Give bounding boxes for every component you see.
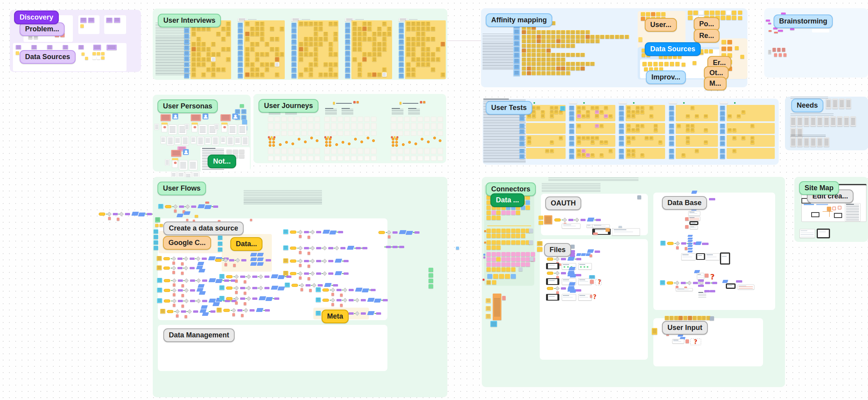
section-label-user-interviews[interactable]: User Interviews: [158, 14, 221, 27]
ui-mockup-card[interactable]: [705, 253, 720, 260]
section-label-google-c-truncated[interactable]: Google C...: [163, 236, 211, 250]
sticky-note: [275, 72, 279, 77]
panel[interactable]: [832, 207, 836, 210]
section-label-files[interactable]: Files: [544, 243, 571, 257]
ui-mockup-card[interactable]: [578, 263, 592, 270]
ui-mockup-card[interactable]: [688, 216, 700, 221]
sticky-note: [519, 267, 523, 271]
ui-mockup-card[interactable]: [681, 253, 696, 260]
panel[interactable]: [812, 29, 829, 32]
section-label-brainstorming[interactable]: Brainstorming: [774, 14, 833, 28]
section-label-re-truncated[interactable]: Re...: [694, 29, 720, 43]
ui-mockup-dark[interactable]: [696, 253, 705, 260]
mockup-line: [563, 226, 576, 226]
mockup-line: [673, 340, 678, 341]
section-label-user-input[interactable]: User Input: [662, 321, 708, 335]
section-label-oauth[interactable]: OAUTH: [545, 196, 581, 210]
sticky-note: [738, 11, 742, 14]
ui-mockup-card[interactable]: [672, 339, 684, 344]
sticky-note: [576, 35, 580, 39]
journey-dot: [395, 141, 398, 144]
sticky-note: [372, 42, 376, 46]
journey-cell: [295, 148, 300, 154]
ui-mockup-dark[interactable]: [720, 252, 730, 265]
section-label-improv-truncated[interactable]: Improv...: [646, 70, 686, 84]
sticky-note: [484, 241, 486, 243]
sticky-note: [429, 279, 433, 283]
text-heading: [846, 204, 854, 205]
journey-cell: [268, 131, 273, 136]
section-label-not-truncated[interactable]: Not...: [208, 155, 236, 168]
section-label-discovery[interactable]: Discovery: [14, 11, 59, 24]
sticky-note: [539, 221, 543, 225]
section-label-user-flows[interactable]: User Flows: [157, 182, 206, 195]
section-label-create-data-source[interactable]: Create a data source: [163, 222, 244, 235]
question-mark: ?: [710, 273, 715, 281]
section-label-user-tests[interactable]: User Tests: [486, 101, 532, 115]
section-label-needs[interactable]: Needs: [791, 99, 823, 112]
section-label-user-personas[interactable]: User Personas: [157, 99, 218, 113]
ui-mockup-card[interactable]: [738, 285, 754, 290]
sticky-note: [516, 211, 520, 215]
sticky-note: [356, 101, 359, 103]
sticky-note: [550, 149, 554, 153]
section-label-user-truncated[interactable]: User...: [645, 18, 677, 32]
panel[interactable]: [838, 206, 841, 209]
ui-mockup-dark[interactable]: [546, 294, 559, 301]
journey-cell: [404, 117, 410, 122]
section-label-meta[interactable]: Meta: [322, 310, 349, 323]
sticky-note: [226, 150, 232, 153]
journey-cell: [404, 156, 410, 161]
sticky-note: [544, 215, 552, 224]
panel[interactable]: [811, 212, 819, 217]
section-label-data-green-truncated[interactable]: Data ...: [490, 193, 524, 207]
ui-mockup-table[interactable]: [799, 229, 815, 238]
ui-mockup-card[interactable]: [592, 224, 610, 228]
ui-mockup-card[interactable]: [612, 228, 640, 236]
section-label-site-map[interactable]: Site Map: [799, 181, 839, 195]
sticky-note: [255, 27, 259, 31]
section-label-data-sources-blue[interactable]: Data Sources: [645, 42, 701, 56]
section-label-m-truncated[interactable]: M...: [704, 77, 727, 90]
flow-step: [338, 231, 343, 233]
avatar: [172, 114, 178, 119]
flow-step: [304, 272, 309, 275]
ui-mockup-card[interactable]: [562, 294, 576, 301]
sticky-note: [699, 11, 703, 15]
section-label-data-sources-discovery[interactable]: Data Sources: [20, 50, 76, 64]
journey-cell: [424, 148, 430, 154]
panel[interactable]: [834, 213, 842, 218]
sticky-note: [619, 124, 624, 128]
ui-mockup-dark[interactable]: [546, 263, 559, 269]
sticky-note: [429, 284, 433, 288]
sticky-note: [550, 110, 554, 114]
ui-mockup-card[interactable]: [690, 226, 698, 229]
panel-data-base[interactable]: [653, 193, 775, 310]
sticky-note: [291, 68, 297, 73]
section-label-user-journeys[interactable]: User Journeys: [259, 99, 318, 113]
sticky-note: [304, 22, 308, 26]
ui-mockup-dark[interactable]: [689, 221, 698, 225]
whiteboard-canvas[interactable]: ???? Problem... Discovery Data Sources U…: [0, 0, 868, 400]
ui-mockup-card[interactable]: [676, 288, 693, 291]
ui-mockup-card[interactable]: [688, 211, 700, 216]
ui-mockup-dark[interactable]: [546, 278, 559, 285]
sticky-note: [636, 128, 640, 132]
flow-parallelogram: [177, 214, 184, 217]
section-label-problem[interactable]: Problem...: [20, 22, 65, 36]
section-label-data-base[interactable]: Data Base: [662, 196, 707, 210]
section-label-data-management[interactable]: Data Management: [163, 328, 235, 342]
ui-mockup-dark[interactable]: [726, 283, 736, 289]
ui-mockup-card[interactable]: [562, 223, 580, 229]
ui-mockup-dark[interactable]: [817, 229, 830, 238]
sticky-note: [551, 58, 555, 61]
ui-mockup-table[interactable]: [697, 273, 704, 279]
sticky-note: [691, 128, 694, 132]
photo-face: [174, 162, 177, 164]
section-label-data-truncated[interactable]: Data...: [230, 237, 262, 251]
sticky-note: [797, 116, 803, 126]
sticky-note: [527, 114, 531, 118]
mockup-line: [673, 341, 681, 342]
section-label-affinity-mapping[interactable]: Affinity mapping: [486, 13, 552, 27]
sticky-note: [399, 51, 404, 56]
